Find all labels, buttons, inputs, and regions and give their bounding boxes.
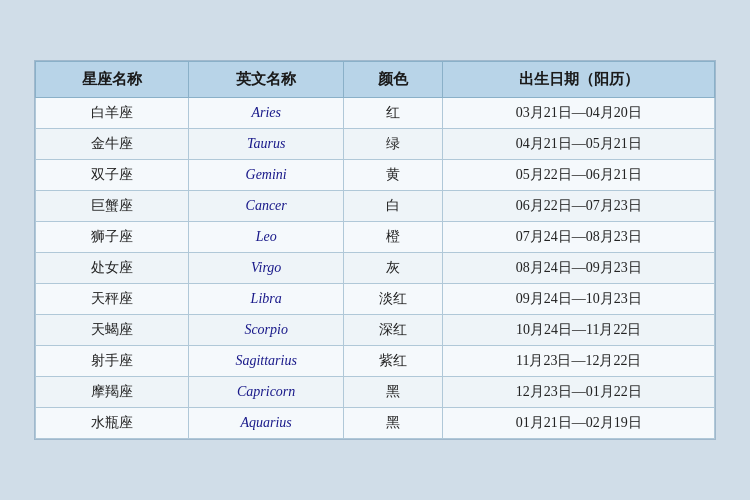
cell-chinese: 处女座 [36,253,189,284]
col-header-chinese: 星座名称 [36,62,189,98]
cell-chinese: 射手座 [36,346,189,377]
table-header: 星座名称 英文名称 颜色 出生日期（阳历） [36,62,715,98]
table-row: 处女座Virgo灰08月24日—09月23日 [36,253,715,284]
cell-chinese: 水瓶座 [36,408,189,439]
cell-color: 紫红 [344,346,443,377]
table-row: 双子座Gemini黄05月22日—06月21日 [36,160,715,191]
cell-english: Cancer [188,191,344,222]
header-row: 星座名称 英文名称 颜色 出生日期（阳历） [36,62,715,98]
cell-english: Taurus [188,129,344,160]
cell-dates: 11月23日—12月22日 [443,346,715,377]
cell-dates: 12月23日—01月22日 [443,377,715,408]
cell-english: Aquarius [188,408,344,439]
table-row: 金牛座Taurus绿04月21日—05月21日 [36,129,715,160]
col-header-color: 颜色 [344,62,443,98]
cell-color: 黄 [344,160,443,191]
table-row: 水瓶座Aquarius黑01月21日—02月19日 [36,408,715,439]
col-header-dates: 出生日期（阳历） [443,62,715,98]
cell-dates: 07月24日—08月23日 [443,222,715,253]
cell-color: 淡红 [344,284,443,315]
cell-dates: 06月22日—07月23日 [443,191,715,222]
cell-chinese: 摩羯座 [36,377,189,408]
cell-english: Aries [188,98,344,129]
table-body: 白羊座Aries红03月21日—04月20日金牛座Taurus绿04月21日—0… [36,98,715,439]
cell-english: Capricorn [188,377,344,408]
cell-color: 黑 [344,377,443,408]
cell-color: 橙 [344,222,443,253]
cell-chinese: 巨蟹座 [36,191,189,222]
cell-color: 绿 [344,129,443,160]
cell-chinese: 天蝎座 [36,315,189,346]
cell-color: 灰 [344,253,443,284]
cell-chinese: 狮子座 [36,222,189,253]
cell-color: 深红 [344,315,443,346]
cell-dates: 09月24日—10月23日 [443,284,715,315]
cell-english: Sagittarius [188,346,344,377]
cell-dates: 01月21日—02月19日 [443,408,715,439]
cell-dates: 03月21日—04月20日 [443,98,715,129]
cell-color: 白 [344,191,443,222]
cell-english: Leo [188,222,344,253]
col-header-english: 英文名称 [188,62,344,98]
table-row: 摩羯座Capricorn黑12月23日—01月22日 [36,377,715,408]
cell-color: 黑 [344,408,443,439]
table-row: 天蝎座Scorpio深红10月24日—11月22日 [36,315,715,346]
cell-english: Libra [188,284,344,315]
cell-english: Gemini [188,160,344,191]
cell-chinese: 白羊座 [36,98,189,129]
cell-chinese: 天秤座 [36,284,189,315]
cell-chinese: 双子座 [36,160,189,191]
table-row: 白羊座Aries红03月21日—04月20日 [36,98,715,129]
table-row: 狮子座Leo橙07月24日—08月23日 [36,222,715,253]
table-row: 巨蟹座Cancer白06月22日—07月23日 [36,191,715,222]
cell-dates: 05月22日—06月21日 [443,160,715,191]
cell-english: Scorpio [188,315,344,346]
cell-color: 红 [344,98,443,129]
cell-dates: 08月24日—09月23日 [443,253,715,284]
cell-dates: 04月21日—05月21日 [443,129,715,160]
table-row: 射手座Sagittarius紫红11月23日—12月22日 [36,346,715,377]
zodiac-table: 星座名称 英文名称 颜色 出生日期（阳历） 白羊座Aries红03月21日—04… [35,61,715,439]
cell-dates: 10月24日—11月22日 [443,315,715,346]
cell-chinese: 金牛座 [36,129,189,160]
cell-english: Virgo [188,253,344,284]
zodiac-table-wrapper: 星座名称 英文名称 颜色 出生日期（阳历） 白羊座Aries红03月21日—04… [34,60,716,440]
table-row: 天秤座Libra淡红09月24日—10月23日 [36,284,715,315]
